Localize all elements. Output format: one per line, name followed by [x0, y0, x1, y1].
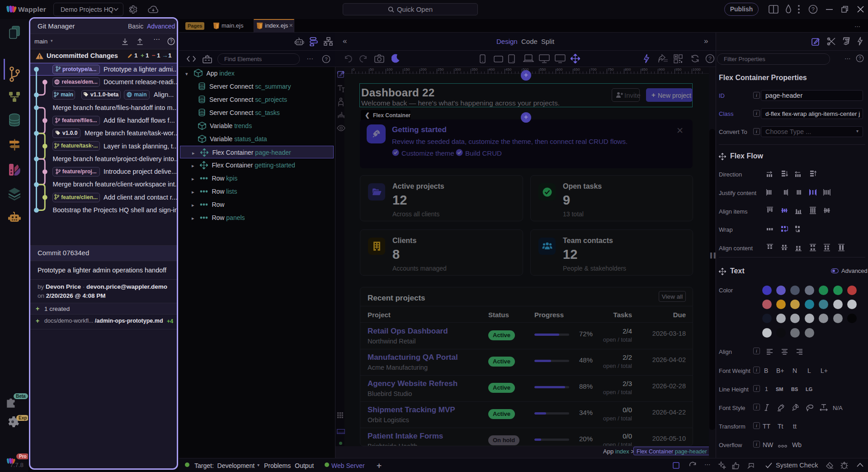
svg-text:?: ?	[811, 6, 815, 13]
svg-text:?: ?	[708, 56, 712, 62]
svg-text:?: ?	[859, 56, 861, 61]
svg-text:?: ?	[325, 57, 327, 62]
